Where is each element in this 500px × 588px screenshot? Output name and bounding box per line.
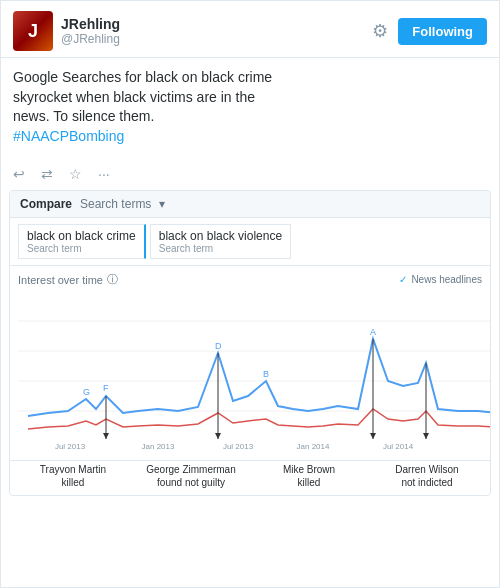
svg-text:Jul 2013: Jul 2013 xyxy=(223,442,254,451)
search-term-2: black on black violence Search term xyxy=(150,224,291,259)
annotation-trayvon-label: Trayvon Martin xyxy=(40,464,106,475)
trends-svg: Jul 2013 Jan 2013 Jul 2013 Jan 2014 Jul … xyxy=(18,291,491,451)
display-name: JRehling xyxy=(61,16,120,32)
svg-text:G: G xyxy=(83,387,90,397)
tweet-text: Google Searches for black on black crime… xyxy=(13,68,487,146)
annotation-zimmerman-sub: found not guilty xyxy=(157,477,225,488)
dropdown-icon[interactable]: ▾ xyxy=(159,197,165,211)
annotation-brown: Mike Brown killed xyxy=(250,463,368,489)
header-right: ⚙ Following xyxy=(372,18,487,45)
term2-label: Search term xyxy=(159,243,282,254)
interest-label: Interest over time ⓘ xyxy=(18,272,118,287)
search-terms-placeholder: Search terms xyxy=(80,197,151,211)
news-check-icon: ✓ xyxy=(399,274,407,285)
tweet-text-line1: Google Searches for black on black crime xyxy=(13,69,272,85)
news-legend: ✓ News headlines xyxy=(399,274,482,285)
svg-text:Jan 2014: Jan 2014 xyxy=(297,442,330,451)
svg-marker-11 xyxy=(423,433,429,439)
trends-card: Compare Search terms ▾ black on black cr… xyxy=(9,190,491,496)
annotation-zimmerman: George Zimmerman found not guilty xyxy=(132,463,250,489)
svg-text:A: A xyxy=(370,327,376,337)
search-term-1: black on black crime Search term xyxy=(18,224,146,259)
term1-text: black on black crime xyxy=(27,229,136,243)
user-names: JRehling @JRehling xyxy=(61,16,120,46)
annotation-brown-sub: killed xyxy=(298,477,321,488)
annotation-brown-label: Mike Brown xyxy=(283,464,335,475)
chart-header: Interest over time ⓘ ✓ News headlines xyxy=(18,272,482,287)
svg-text:Jan 2013: Jan 2013 xyxy=(142,442,175,451)
annotation-wilson-sub: not indicted xyxy=(401,477,452,488)
tweet-text-line3: news. To silence them. xyxy=(13,108,154,124)
svg-marker-7 xyxy=(215,433,221,439)
tweet-actions: ↩ ⇄ ☆ ··· xyxy=(1,162,499,190)
retweet-icon[interactable]: ⇄ xyxy=(41,166,53,182)
chart-svg: Jul 2013 Jan 2013 Jul 2013 Jan 2014 Jul … xyxy=(18,291,482,454)
svg-marker-5 xyxy=(103,433,109,439)
term2-text: black on black violence xyxy=(159,229,282,243)
reply-icon[interactable]: ↩ xyxy=(13,166,25,182)
annotation-wilson-label: Darren Wilson xyxy=(395,464,458,475)
svg-text:F: F xyxy=(103,383,109,393)
tweet-header: J JRehling @JRehling ⚙ Following xyxy=(1,1,499,58)
tweet-text-line2: skyrocket when black victims are in the xyxy=(13,89,255,105)
more-icon[interactable]: ··· xyxy=(98,166,110,182)
avatar: J xyxy=(13,11,53,51)
username: @JRehling xyxy=(61,32,120,46)
annotation-wilson: Darren Wilson not indicted xyxy=(368,463,486,489)
compare-label: Compare xyxy=(20,197,72,211)
compare-bar: Compare Search terms ▾ xyxy=(10,191,490,218)
svg-text:B: B xyxy=(263,369,269,379)
hashtag-link[interactable]: #NAACPBombing xyxy=(13,128,124,144)
svg-marker-9 xyxy=(370,433,376,439)
svg-text:D: D xyxy=(215,341,222,351)
annotation-trayvon-sub: killed xyxy=(62,477,85,488)
annotation-zimmerman-label: George Zimmerman xyxy=(146,464,235,475)
annotation-trayvon: Trayvon Martin killed xyxy=(14,463,132,489)
svg-text:Jul 2013: Jul 2013 xyxy=(55,442,86,451)
follow-button[interactable]: Following xyxy=(398,18,487,45)
chart-container: Interest over time ⓘ ✓ News headlines xyxy=(10,266,490,458)
annotations-row: Trayvon Martin killed George Zimmerman f… xyxy=(10,460,490,495)
tweet-body: Google Searches for black on black crime… xyxy=(1,58,499,162)
news-label: News headlines xyxy=(411,274,482,285)
search-terms-row: black on black crime Search term black o… xyxy=(10,218,490,266)
term1-label: Search term xyxy=(27,243,136,254)
info-icon: ⓘ xyxy=(107,272,118,287)
svg-text:Jul 2014: Jul 2014 xyxy=(383,442,414,451)
gear-icon[interactable]: ⚙ xyxy=(372,20,388,42)
like-icon[interactable]: ☆ xyxy=(69,166,82,182)
user-info: J JRehling @JRehling xyxy=(13,11,120,51)
